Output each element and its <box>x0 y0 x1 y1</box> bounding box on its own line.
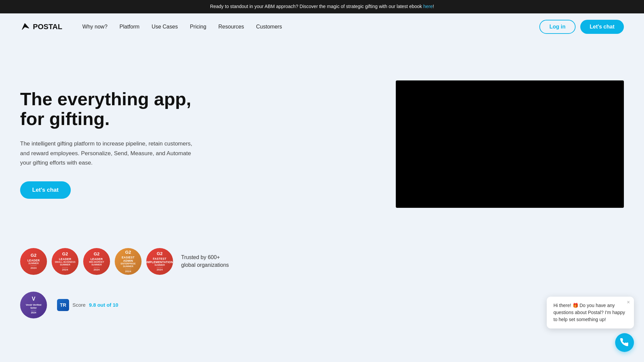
nav-item-resources[interactable]: Resources <box>218 24 244 30</box>
vendr-logo: V <box>32 296 36 303</box>
nav-item-customers[interactable]: Customers <box>256 24 282 30</box>
logo-text: POSTAL <box>33 22 62 31</box>
hero-content: The everything app, for gifting. The int… <box>20 89 201 199</box>
trusted-text: Trusted by 600+global organizations <box>181 254 229 269</box>
badge-leader-mid-market: G2 Leader Mid-Market SUMMER 2024 <box>83 248 110 275</box>
chat-message: Hi there! 🎁 Do you have any questions ab… <box>553 303 625 322</box>
nav-actions: Log in Let's chat <box>539 20 624 34</box>
chat-widget: × Hi there! 🎁 Do you have any questions … <box>547 297 634 332</box>
banner-link[interactable]: here <box>423 4 433 9</box>
chat-close-button[interactable]: × <box>627 299 630 305</box>
chat-bubble: × Hi there! 🎁 Do you have any questions … <box>547 297 634 328</box>
vendr-seller: Seller <box>30 306 37 309</box>
trustradius-section: TR Score 9.8 out of 10 <box>57 299 118 311</box>
hero-section: The everything app, for gifting. The int… <box>0 40 644 241</box>
navbar: POSTAL Why now? Platform Use Cases Prici… <box>0 13 644 40</box>
badges-section: G2 Leader SUMMER 2024 G2 Leader Small Bu… <box>0 241 644 292</box>
badge-easiest-admin: G2 Easiest Admin Enterprise SUMMER 2024 <box>115 248 142 275</box>
nav-item-use-cases[interactable]: Use Cases <box>152 24 178 30</box>
badge-leader-small-business: G2 Leader Small Business SUMMER 2024 <box>52 248 78 275</box>
badge-fastest-implementation: G2 Fastest Implementation SUMMER 2024 <box>146 248 173 275</box>
banner-suffix: ! <box>433 4 434 9</box>
nav-links: Why now? Platform Use Cases Pricing Reso… <box>83 24 539 30</box>
logo[interactable]: POSTAL <box>20 22 62 32</box>
hero-title: The everything app, for gifting. <box>20 89 201 129</box>
vendr-badge: V Vendr Verified Seller 2024 <box>20 292 47 318</box>
hero-media <box>221 80 624 208</box>
trustradius-score-label: Score <box>72 302 86 308</box>
nav-item-platform[interactable]: Platform <box>119 24 140 30</box>
login-button[interactable]: Log in <box>539 20 576 34</box>
vendr-year: 2024 <box>31 310 36 314</box>
nav-item-pricing[interactable]: Pricing <box>190 24 206 30</box>
badge-leader-summer: G2 Leader SUMMER 2024 <box>20 248 47 275</box>
hero-video <box>396 80 624 208</box>
trustradius-score-value: 9.8 out of 10 <box>89 302 118 308</box>
hero-description: The intelligent gifting platform to incr… <box>20 139 201 168</box>
logo-icon <box>20 22 30 32</box>
badges-row: G2 Leader SUMMER 2024 G2 Leader Small Bu… <box>20 248 173 275</box>
hero-chat-button[interactable]: Let's chat <box>20 181 71 199</box>
trustradius-logo: TR <box>57 299 69 311</box>
nav-item-why-now[interactable]: Why now? <box>83 24 108 30</box>
vendr-label: Vendr Verified <box>26 303 42 306</box>
top-banner: Ready to standout in your ABM approach? … <box>0 0 644 13</box>
nav-chat-button[interactable]: Let's chat <box>580 20 624 34</box>
banner-text: Ready to standout in your ABM approach? … <box>210 4 423 9</box>
